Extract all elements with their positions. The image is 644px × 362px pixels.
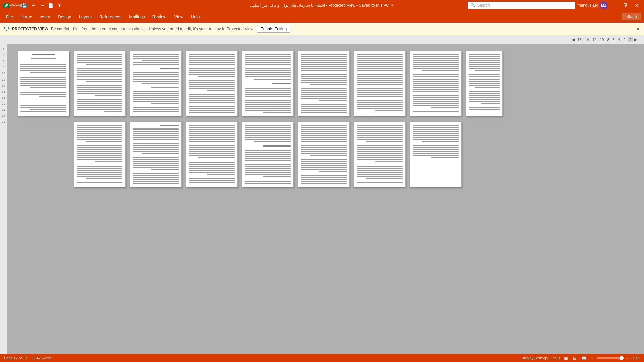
- statusbar-right: Display Settings Focus ▣ ⊞ 📖 － ＋ 19%: [521, 356, 640, 361]
- zoom-out-button[interactable]: －: [590, 356, 594, 361]
- protected-view-bar: 🛡 PROTECTED VIEW Be careful—files from t…: [0, 23, 644, 35]
- menu-design[interactable]: Design: [54, 13, 75, 21]
- menu-help[interactable]: Help: [187, 13, 203, 21]
- menu-home[interactable]: Home: [17, 13, 36, 21]
- page-thumb-15[interactable]: [354, 122, 406, 187]
- print-layout-view[interactable]: ▣: [563, 356, 569, 361]
- page-thumb-10[interactable]: [73, 122, 126, 187]
- user-avatar[interactable]: MZ: [600, 1, 608, 9]
- page-thumb-9[interactable]: [466, 51, 503, 116]
- page-thumb-12[interactable]: [186, 122, 238, 187]
- ruler-14[interactable]: 14: [584, 37, 590, 42]
- save-button[interactable]: 💾: [20, 1, 29, 9]
- ruler-prev[interactable]: ◀: [572, 37, 575, 42]
- page-thumb-6[interactable]: [298, 51, 350, 116]
- minimize-button[interactable]: –: [610, 3, 618, 8]
- document-area: [7, 44, 644, 354]
- display-settings-button[interactable]: Display Settings: [521, 356, 548, 360]
- page-ruler-top: ◀ 18 14 12 10 8 6 4 2 2 ▶: [0, 35, 644, 44]
- menu-references[interactable]: References: [96, 13, 125, 21]
- zoom-in-button[interactable]: ＋: [626, 356, 630, 361]
- ruler-tick-12: 12: [0, 76, 7, 82]
- new-doc-button[interactable]: 📄: [47, 1, 55, 9]
- ruler-tick-10: 10: [0, 70, 7, 76]
- web-layout-view[interactable]: ⊞: [572, 356, 578, 361]
- focus-button[interactable]: Focus: [550, 356, 560, 360]
- restore-button[interactable]: 🗗: [620, 3, 630, 8]
- zoom-slider[interactable]: [597, 357, 624, 359]
- menu-view[interactable]: View: [170, 13, 187, 21]
- page-thumb-13[interactable]: [242, 122, 294, 187]
- page-thumb-11[interactable]: [130, 122, 182, 187]
- ruler-tick-26: 26: [0, 118, 7, 124]
- ruler-12[interactable]: 12: [591, 37, 598, 42]
- ruler-10[interactable]: 10: [598, 37, 605, 42]
- titlebar-left: W AutoSave Off 💾 ↩ ↪ 📄 ▼: [3, 1, 215, 9]
- word-count: 6542 words: [33, 356, 52, 360]
- menu-insert[interactable]: Insert: [36, 13, 54, 21]
- ruler-next[interactable]: ▶: [634, 37, 637, 42]
- shield-icon: 🛡: [4, 26, 9, 32]
- page-thumb-1[interactable]: [17, 51, 69, 116]
- ruler-4[interactable]: 4: [617, 37, 622, 42]
- menubar: File Home Insert Design Layout Reference…: [0, 11, 644, 23]
- protected-message: Be careful—files from the Internet can c…: [51, 27, 254, 31]
- menu-mailings[interactable]: Mailings: [126, 13, 148, 21]
- ruler-8[interactable]: 8: [606, 37, 610, 42]
- ruler-numbers: 18 14 12 10 8 6 4 2 2: [576, 37, 633, 42]
- dropdown-arrow[interactable]: ▼: [390, 3, 394, 7]
- ruler-tick-18: 18: [0, 94, 7, 100]
- ruler-tick-4: 4: [0, 52, 7, 58]
- titlebar-right: 🔍 Search mahdi ziaei MZ – 🗗 ✕: [429, 1, 641, 9]
- ruler-tick-22: 22: [0, 106, 7, 112]
- protected-label: PROTECTED VIEW: [12, 27, 48, 31]
- titlebar-title: آشنای با سازمان های پولی و مالی بین المل…: [215, 3, 428, 8]
- ruler-6[interactable]: 6: [611, 37, 616, 42]
- ruler-tick-6: 6: [0, 58, 7, 64]
- search-box[interactable]: 🔍 Search: [468, 2, 575, 9]
- page-thumb-4[interactable]: [186, 51, 238, 116]
- page-thumb-5[interactable]: [242, 51, 294, 116]
- ruler-tick-8: 8: [0, 64, 7, 70]
- ruler-tick-2: 2: [0, 46, 7, 52]
- page-thumb-14[interactable]: [298, 122, 350, 187]
- redo-button[interactable]: ↪: [38, 1, 46, 9]
- undo-button[interactable]: ↩: [29, 1, 37, 9]
- ruler-tick-20: 20: [0, 100, 7, 106]
- ruler-18[interactable]: 18: [576, 37, 583, 42]
- page-thumb-3[interactable]: [130, 51, 182, 116]
- ruler-tick-14: 14: [0, 82, 7, 88]
- autosave-toggle[interactable]: AutoSave Off: [12, 1, 20, 9]
- search-icon: 🔍: [470, 3, 476, 8]
- zoom-thumb[interactable]: [620, 356, 624, 360]
- close-bar-button[interactable]: ✕: [636, 26, 640, 32]
- page-row-1: [17, 51, 634, 116]
- page-info: Page 17 of 17: [4, 356, 27, 360]
- quick-access-toolbar: AutoSave Off 💾 ↩ ↪ 📄 ▼: [12, 1, 63, 9]
- close-button[interactable]: ✕: [632, 3, 641, 8]
- left-ruler: 2 4 6 8 10 12 14 16 18 20 22 24 26: [0, 44, 7, 354]
- read-mode-view[interactable]: 📖: [580, 356, 588, 361]
- customize-button[interactable]: ▼: [55, 1, 63, 9]
- content-area: 2 4 6 8 10 12 14 16 18 20 22 24 26: [0, 44, 644, 354]
- page-thumb-2[interactable]: [73, 51, 126, 116]
- ruler-tick-16: 16: [0, 88, 7, 94]
- enable-editing-button[interactable]: Enable Editing: [257, 25, 290, 33]
- statusbar: Page 17 of 17 6542 words Display Setting…: [0, 354, 644, 362]
- page-thumb-8[interactable]: [410, 51, 462, 116]
- page-thumb-16[interactable]: [410, 122, 462, 187]
- menu-layout[interactable]: Layout: [76, 13, 95, 21]
- menu-review[interactable]: Review: [149, 13, 170, 21]
- titlebar: W AutoSave Off 💾 ↩ ↪ 📄 ▼ آشنای با سازمان…: [0, 0, 644, 11]
- ruler-2b[interactable]: 2: [628, 37, 633, 42]
- zoom-level: 19%: [633, 356, 640, 360]
- page-thumb-7[interactable]: [354, 51, 406, 116]
- ruler-2[interactable]: 2: [622, 37, 627, 42]
- username: mahdi ziaei: [577, 3, 598, 8]
- share-button[interactable]: Share: [622, 13, 641, 20]
- page-row-2: [73, 122, 634, 187]
- ruler-tick-24: 24: [0, 112, 7, 118]
- menu-file[interactable]: File: [3, 13, 16, 21]
